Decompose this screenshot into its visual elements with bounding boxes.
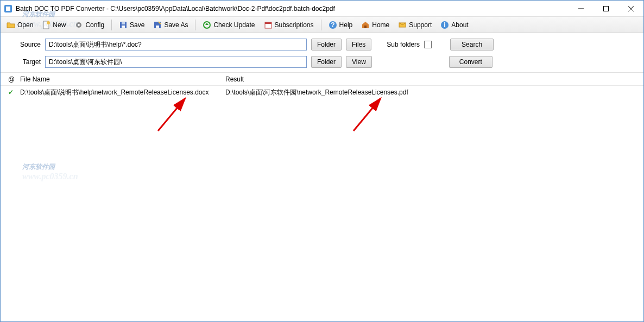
subscriptions-button[interactable]: Subscriptions bbox=[260, 19, 318, 31]
maximize-button[interactable] bbox=[594, 1, 618, 17]
close-button[interactable] bbox=[618, 1, 643, 17]
saveas-label: Save As bbox=[164, 21, 188, 29]
help-button[interactable]: ? Help bbox=[325, 19, 357, 31]
svg-rect-20 bbox=[364, 26, 367, 28]
update-icon bbox=[203, 21, 211, 29]
saveas-button[interactable]: Save As bbox=[149, 19, 192, 31]
app-icon bbox=[4, 4, 12, 13]
column-status[interactable]: @ bbox=[8, 75, 20, 83]
target-folder-button[interactable]: Folder bbox=[311, 56, 342, 68]
save-label: Save bbox=[130, 21, 144, 29]
check-update-button[interactable]: Check Update bbox=[199, 19, 258, 31]
annotation-arrow bbox=[348, 93, 392, 136]
target-row: Target Folder View Convert bbox=[8, 56, 636, 68]
annotation-arrow bbox=[153, 93, 196, 136]
watermark: 河东软件园 www.pc0359.cn bbox=[22, 3, 55, 20]
subfolders-checkbox[interactable] bbox=[424, 41, 432, 48]
svg-rect-3 bbox=[604, 6, 609, 11]
source-folder-button[interactable]: Folder bbox=[311, 39, 342, 50]
svg-text:i: i bbox=[444, 21, 446, 29]
form-panel: Source Folder Files Sub folders Search T… bbox=[1, 33, 643, 73]
svg-rect-1 bbox=[6, 7, 10, 11]
list-filename: D:\tools\桌面\说明书\help\network_RemoteRelea… bbox=[20, 88, 225, 97]
saveas-icon bbox=[153, 21, 162, 29]
about-label: About bbox=[451, 21, 468, 29]
support-icon bbox=[398, 21, 407, 29]
calendar-icon bbox=[264, 21, 273, 29]
target-input[interactable] bbox=[45, 56, 307, 68]
check-icon: ✓ bbox=[8, 89, 20, 96]
svg-line-25 bbox=[353, 98, 381, 131]
home-button[interactable]: Home bbox=[357, 19, 393, 31]
window-title: Batch DOC TO PDF Converter - C:\Users\pc… bbox=[16, 5, 569, 12]
support-button[interactable]: Support bbox=[394, 19, 435, 31]
info-icon: i bbox=[440, 21, 449, 29]
help-icon: ? bbox=[329, 21, 337, 29]
subfolders-label: Sub folders bbox=[387, 41, 420, 48]
list-result: D:\tools\桌面\河东软件园\network_RemoteReleaseL… bbox=[225, 88, 643, 97]
config-label: Config bbox=[85, 21, 104, 29]
result-list-header: @ File Name Result bbox=[1, 73, 643, 86]
convert-button[interactable]: Convert bbox=[449, 56, 493, 68]
toolbar-separator bbox=[195, 20, 195, 30]
save-button[interactable]: Save bbox=[115, 19, 148, 31]
save-icon bbox=[119, 21, 128, 29]
source-row: Source Folder Files Sub folders Search bbox=[8, 39, 636, 50]
column-result[interactable]: Result bbox=[225, 75, 643, 83]
toolbar-separator bbox=[111, 20, 112, 30]
toolbar: Open New Config Save Save As Check Updat… bbox=[1, 17, 643, 33]
list-item[interactable]: ✓ D:\tools\桌面\说明书\help\network_RemoteRel… bbox=[1, 86, 643, 99]
home-icon bbox=[361, 21, 370, 29]
svg-rect-11 bbox=[122, 26, 125, 28]
minimize-button[interactable] bbox=[569, 1, 594, 17]
column-filename[interactable]: File Name bbox=[20, 75, 225, 83]
svg-rect-17 bbox=[265, 22, 272, 24]
source-files-button[interactable]: Files bbox=[346, 39, 371, 50]
source-input[interactable] bbox=[45, 39, 307, 50]
target-view-button[interactable]: View bbox=[346, 56, 372, 68]
home-label: Home bbox=[372, 21, 389, 29]
window-controls bbox=[569, 1, 643, 17]
svg-rect-12 bbox=[122, 22, 125, 24]
svg-text:?: ? bbox=[331, 21, 334, 29]
target-label: Target bbox=[8, 58, 41, 66]
source-label: Source bbox=[8, 41, 41, 48]
folder-open-icon bbox=[7, 21, 15, 29]
about-button[interactable]: i About bbox=[437, 19, 472, 31]
subscriptions-label: Subscriptions bbox=[275, 21, 314, 29]
svg-rect-14 bbox=[156, 26, 159, 28]
check-update-label: Check Update bbox=[213, 21, 255, 29]
svg-line-24 bbox=[158, 98, 185, 131]
search-button[interactable]: Search bbox=[450, 39, 494, 50]
titlebar: Batch DOC TO PDF Converter - C:\Users\pc… bbox=[1, 1, 643, 17]
toolbar-separator bbox=[321, 20, 321, 30]
support-label: Support bbox=[409, 21, 432, 29]
watermark: 河东软件园 www.pc0359.cn bbox=[22, 155, 55, 173]
help-label: Help bbox=[339, 21, 353, 29]
